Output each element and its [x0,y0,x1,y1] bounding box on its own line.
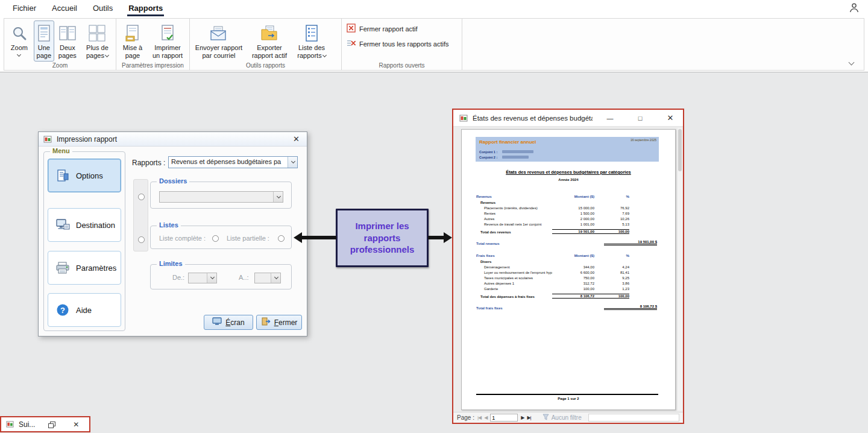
une-page-button[interactable]: Une page [34,21,54,62]
print-dialog-titlebar[interactable]: Impression rapport ✕ [39,132,307,147]
minimize-button[interactable]: — [597,110,623,127]
report-row: Autres dépenses 1 312,72 3,86 [476,280,657,285]
row-amount: 1 001,00 [552,223,594,226]
combo-arrow-icon[interactable] [288,157,297,168]
button-label: Fermer tous les rapports actifs [359,40,449,48]
imprimer-un-rapport-button[interactable]: Imprimer un rapport [148,21,187,62]
filter-status[interactable]: Aucun filtre [542,414,582,422]
ecran-button[interactable]: Écran [204,315,253,330]
menu-item-options[interactable]: Options [48,159,121,192]
grand-total-amount: 8 106,72 $ [604,305,657,310]
row-amount: 6 600,00 [552,271,594,274]
menu-accueil[interactable]: Accueil [44,0,85,17]
report-document-title: États des revenus et dépenses budgétaire… [462,169,675,175]
section-label: Frais fixes [476,253,552,258]
fermer-rapport-actif-button[interactable]: Fermer rapport actif [347,24,457,34]
de-select [188,273,217,283]
button-label: Fermer rapport actif [359,25,418,33]
total-pct: 100,00 [594,229,629,234]
first-page-button[interactable]: |◀ [477,415,481,420]
total-label: Total des dépenses à frais fixes [476,295,552,299]
menubar: Fichier Accueil Outils Rapports [0,0,868,17]
row-label: Loyer ou remboursement de l'emprunt hypo [476,271,552,274]
button-label: Exporter [257,44,282,51]
user-profile-button[interactable] [848,2,861,16]
row-label: Rentes [476,212,552,215]
page-number-input[interactable] [490,414,518,422]
next-page-button[interactable]: ▶ [521,415,524,420]
menu-groupbox-label: Menu [50,147,72,154]
row-pct: 5,13 [594,223,629,226]
email-icon [209,24,228,43]
menu-item-parametres[interactable]: Paramètres [48,251,121,285]
app-icon [6,420,14,428]
menu-item-aide[interactable]: ? Aide [48,293,121,327]
menu-item-label: Aide [76,306,92,315]
liste-des-rapports-button[interactable]: Liste des rapports [293,21,330,62]
row-pct: 76,92 [594,206,629,210]
collapse-ribbon-button[interactable] [846,58,857,66]
screen-icon [212,317,222,327]
close-button[interactable]: ✕ [658,110,683,127]
chevron-down-icon [210,275,215,279]
menu-rapports[interactable]: Rapports [121,0,171,17]
button-label: pages [58,52,77,59]
restore-icon[interactable] [48,422,55,428]
envoyer-rapport-courriel-button[interactable]: Envoyer rapport par courriel [192,21,246,62]
combo-arrow-icon [207,273,216,283]
row-amount: 750,00 [552,276,594,280]
right-arrow-line [428,236,444,239]
plus-de-pages-button[interactable]: Plus de pages [81,21,114,62]
liste-complete-radio[interactable] [212,235,219,242]
maximize-button[interactable]: □ [627,110,653,127]
limites-groupbox: Limites De.: A..: [150,264,292,289]
rapports-select[interactable]: Revenus et dépenses budgétaires pa [168,156,298,168]
group-label-outils-rapports: Outils rapports [190,62,341,69]
col-pct: % [594,253,629,258]
row-pct: 1,23 [594,287,629,291]
previous-page-button[interactable]: ◀ [484,415,487,420]
row-amount: 100,00 [552,287,594,291]
scrollbar-thumb[interactable] [678,129,682,171]
close-icon[interactable]: ✕ [291,134,302,144]
row-pct: 10,26 [594,217,629,221]
report-window-titlebar[interactable]: États des revenus et dépenses budgétaire… [453,110,683,127]
page-setup-icon [123,24,142,43]
row-amount: 15 000,00 [552,206,594,210]
menu-outils[interactable]: Outils [85,0,121,17]
group-label-parametres-impression: Paramètres impression [116,62,189,69]
close-icon[interactable]: ✕ [73,420,79,429]
exit-door-icon [261,317,271,327]
chevron-down-icon [277,194,281,198]
last-page-button[interactable]: ▶| [527,415,530,420]
combo-arrow-icon [271,273,280,283]
report-list-icon [302,24,321,43]
menu-item-destination[interactable]: Destination [48,208,121,242]
mise-a-page-button[interactable]: Mise à page [118,21,147,62]
exporter-rapport-actif-button[interactable]: Exporter rapport actif [247,21,292,62]
funnel-icon [542,414,549,422]
deux-pages-button[interactable]: Deux pages [55,21,80,62]
window-title: États des revenus et dépenses budgétaire… [473,115,593,122]
report-row: Loyer ou remboursement de l'emprunt hypo… [476,269,657,274]
vertical-scrollbar[interactable] [678,128,682,411]
fermer-tous-rapports-button[interactable]: Fermer tous les rapports actifs [347,39,457,49]
report-year: Année 2024 [462,178,675,182]
dossiers-radio[interactable] [138,194,145,200]
row-label: Autres [476,217,552,221]
col-amount: Montant ($) [552,194,594,198]
zoom-button[interactable]: Zoom [6,21,33,62]
row-label: Revenus de travail nets 1er conjoint [476,223,552,226]
report-date: 16 septembre 2025 [631,138,656,142]
menu-fichier[interactable]: Fichier [5,0,44,17]
row-amount: 1 500,00 [552,212,594,215]
button-label: un rapport [153,52,183,59]
menu-item-label: Options [76,171,103,180]
listes-radio[interactable] [138,236,145,243]
close-report-icon [347,24,356,34]
annotation-text: Imprimer les rapports professionnels [344,220,421,256]
liste-partielle-radio[interactable] [278,235,285,242]
redacted-value [502,156,529,159]
fermer-button[interactable]: Fermer [256,315,302,330]
two-pages-icon [58,24,77,43]
